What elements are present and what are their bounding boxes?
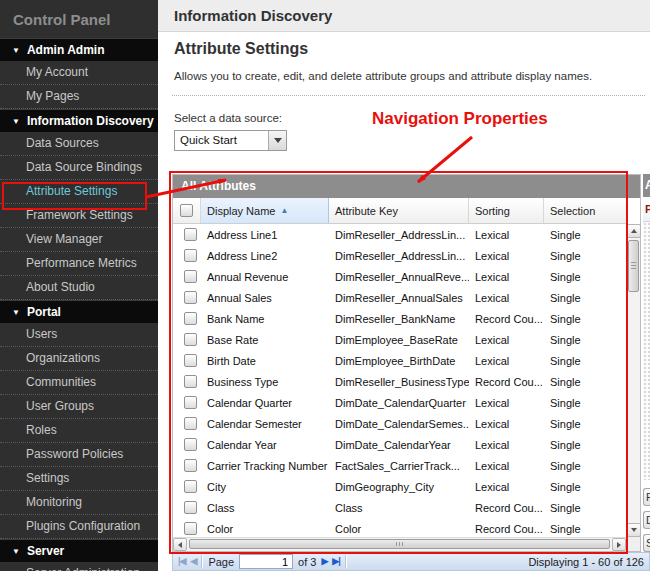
row-checkbox[interactable]: [184, 228, 197, 241]
table-row[interactable]: ColorColorRecord Cou...Single: [173, 518, 626, 537]
row-checkbox[interactable]: [184, 291, 197, 304]
collapse-triangle-icon: ▼: [12, 309, 20, 317]
sidebar-item-roles[interactable]: Roles: [0, 419, 158, 443]
sidebar-item-monitoring[interactable]: Monitoring: [0, 491, 158, 515]
page-number-input[interactable]: [239, 554, 293, 569]
row-checkbox[interactable]: [184, 333, 197, 346]
cell-attribute-key: DimDate_CalendarQuarter: [329, 392, 469, 413]
clipped-right-buttons: P D S: [643, 488, 650, 557]
table-row[interactable]: CityDimGeography_CityLexicalSingle: [173, 476, 626, 497]
horizontal-scroll-thumb[interactable]: [189, 539, 610, 549]
collapse-triangle-icon: ▼: [12, 548, 20, 556]
last-page-button[interactable]: ▶|: [332, 557, 339, 566]
sidebar-item-data-source-bindings[interactable]: Data Source Bindings: [0, 156, 158, 180]
column-header-sorting[interactable]: Sorting: [469, 198, 544, 223]
scroll-down-button[interactable]: [627, 523, 641, 537]
sidebar-item-my-pages[interactable]: My Pages: [0, 85, 158, 109]
table-row[interactable]: Birth DateDimEmployee_BirthDateLexicalSi…: [173, 350, 626, 371]
page-total-label: of 3: [298, 556, 316, 568]
clipped-button-1[interactable]: P: [643, 488, 650, 506]
sidebar-item-data-sources[interactable]: Data Sources: [0, 132, 158, 156]
header-bar: Information Discovery: [158, 0, 650, 32]
column-header-attribute-key[interactable]: Attribute Key: [329, 198, 469, 223]
sidebar-item-password-policies[interactable]: Password Policies: [0, 443, 158, 467]
clipped-button-3[interactable]: S: [643, 534, 650, 552]
dropdown-button[interactable]: [268, 131, 286, 150]
row-checkbox[interactable]: [184, 459, 197, 472]
column-header-display-name[interactable]: Display Name ▲: [201, 198, 329, 223]
vertical-scroll-thumb[interactable]: [628, 240, 639, 292]
row-checkbox[interactable]: [184, 270, 197, 283]
sidebar-item-view-manager[interactable]: View Manager: [0, 228, 158, 252]
row-checkbox[interactable]: [184, 501, 197, 514]
sidebar-item-framework-settings[interactable]: Framework Settings: [0, 204, 158, 228]
prev-page-button[interactable]: ◀: [190, 557, 196, 566]
arrow-right-icon: [617, 542, 621, 548]
row-checkbox[interactable]: [184, 522, 197, 535]
row-select-cell: [173, 392, 201, 413]
sidebar-section-information-discovery[interactable]: ▼Information Discovery: [0, 109, 158, 132]
table-row[interactable]: Annual RevenueDimReseller_AnnualReve...L…: [173, 266, 626, 287]
table-row[interactable]: Address Line1DimReseller_AddressLin...Le…: [173, 224, 626, 245]
table-row[interactable]: ClassClassRecord Cou...Single: [173, 497, 626, 518]
sidebar-item-settings[interactable]: Settings: [0, 467, 158, 491]
select-all-checkbox[interactable]: [180, 204, 193, 217]
collapse-triangle-icon: ▼: [12, 47, 20, 55]
table-row[interactable]: Calendar SemesterDimDate_CalendarSemes..…: [173, 413, 626, 434]
cell-selection: Single: [544, 329, 626, 350]
cell-attribute-key: DimEmployee_BirthDate: [329, 350, 469, 371]
clipped-button-2[interactable]: D: [643, 511, 650, 529]
sidebar-section-portal[interactable]: ▼Portal: [0, 300, 158, 323]
first-page-button[interactable]: |◀: [178, 557, 185, 566]
scroll-left-button[interactable]: [173, 538, 187, 551]
cell-selection: Single: [544, 518, 626, 537]
sidebar-item-communities[interactable]: Communities: [0, 371, 158, 395]
sidebar-item-attribute-settings[interactable]: Attribute Settings: [0, 180, 158, 204]
sidebar-item-user-groups[interactable]: User Groups: [0, 395, 158, 419]
sidebar-item-my-account[interactable]: My Account: [0, 61, 158, 85]
scroll-right-button[interactable]: [612, 538, 626, 551]
table-row[interactable]: Carrier Tracking NumberFactSales_Carrier…: [173, 455, 626, 476]
annotation-text: Navigation Properties: [372, 109, 548, 129]
sidebar-item-about-studio[interactable]: About Studio: [0, 276, 158, 300]
row-checkbox[interactable]: [184, 354, 197, 367]
scroll-up-button[interactable]: [627, 224, 641, 238]
table-row[interactable]: Annual SalesDimReseller_AnnualSalesLexic…: [173, 287, 626, 308]
column-header-selection[interactable]: Selection: [544, 198, 626, 223]
collapse-triangle-icon: ▼: [12, 118, 20, 126]
sidebar-section-admin-admin[interactable]: ▼Admin Admin: [0, 38, 158, 61]
sidebar-item-users[interactable]: Users: [0, 323, 158, 347]
sidebar-item-organizations[interactable]: Organizations: [0, 347, 158, 371]
cell-sorting: Lexical: [469, 476, 544, 497]
row-checkbox[interactable]: [184, 396, 197, 409]
sidebar-section-server[interactable]: ▼Server: [0, 539, 158, 562]
page-title: Attribute Settings: [174, 40, 308, 58]
sidebar-item-performance-metrics[interactable]: Performance Metrics: [0, 252, 158, 276]
cell-attribute-key: DimReseller_AddressLin...: [329, 224, 469, 245]
row-checkbox[interactable]: [184, 480, 197, 493]
horizontal-scrollbar[interactable]: [173, 537, 626, 551]
table-row[interactable]: Calendar YearDimDate_CalendarYearLexical…: [173, 434, 626, 455]
sidebar-item-server-administration[interactable]: Server Administration: [0, 562, 158, 571]
table-row[interactable]: Bank NameDimReseller_BankNameRecord Cou.…: [173, 308, 626, 329]
row-checkbox[interactable]: [184, 375, 197, 388]
table-row[interactable]: Business TypeDimReseller_BusinessTypeRec…: [173, 371, 626, 392]
section-label: Server: [27, 544, 64, 558]
table-row[interactable]: Base RateDimEmployee_BaseRateLexicalSing…: [173, 329, 626, 350]
row-checkbox[interactable]: [184, 438, 197, 451]
vertical-scrollbar[interactable]: [626, 224, 640, 537]
clipped-panel-cell: P: [643, 197, 650, 222]
row-checkbox[interactable]: [184, 249, 197, 262]
data-source-label: Select a data source:: [174, 112, 282, 124]
data-source-select[interactable]: Quick Start: [174, 130, 287, 151]
table-row[interactable]: Address Line2DimReseller_AddressLin...Le…: [173, 245, 626, 266]
row-checkbox[interactable]: [184, 417, 197, 430]
next-page-button[interactable]: ▶: [321, 557, 327, 566]
scrollbar-corner: [626, 537, 640, 551]
cell-display-name: Birth Date: [201, 350, 329, 371]
cell-display-name: Address Line1: [201, 224, 329, 245]
table-row[interactable]: Calendar QuarterDimDate_CalendarQuarterL…: [173, 392, 626, 413]
row-checkbox[interactable]: [184, 312, 197, 325]
cell-attribute-key: DimDate_CalendarYear: [329, 434, 469, 455]
sidebar-item-plugins-configuration[interactable]: Plugins Configuration: [0, 515, 158, 539]
